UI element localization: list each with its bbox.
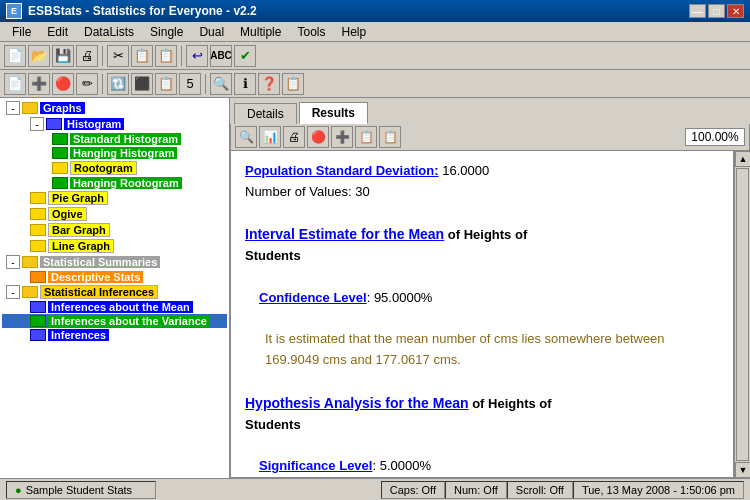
toolbar2-btn4[interactable]: ✏ bbox=[76, 73, 98, 95]
main-area: - Graphs - Histogram Standard Histogram … bbox=[0, 98, 750, 478]
tree-container: - Graphs - Histogram Standard Histogram … bbox=[0, 98, 229, 344]
zoom-level[interactable]: 100.00% bbox=[685, 128, 745, 146]
tree-node-std-hist[interactable]: Standard Histogram bbox=[2, 132, 227, 146]
tree-node-inf-mean[interactable]: Inferences about the Mean bbox=[2, 300, 227, 314]
maximize-button[interactable]: □ bbox=[708, 4, 725, 18]
inner-btn-copy1[interactable]: 📋 bbox=[355, 126, 377, 148]
menu-file[interactable]: File bbox=[4, 23, 39, 41]
folder-icon-graphs bbox=[22, 102, 38, 114]
minimize-button[interactable]: — bbox=[689, 4, 706, 18]
tree-node-desc-stats[interactable]: Descriptive Stats bbox=[2, 270, 227, 284]
app-title: ESBStats - Statistics for Everyone - v2.… bbox=[28, 4, 257, 18]
menu-help[interactable]: Help bbox=[333, 23, 374, 41]
toolbar2-btn1[interactable]: 📄 bbox=[4, 73, 26, 95]
tab-results[interactable]: Results bbox=[299, 102, 368, 124]
tree-node-stat-sum[interactable]: - Statistical Summaries bbox=[2, 254, 227, 270]
interval-title-line: Interval Estimate for the Mean of Height… bbox=[245, 223, 719, 267]
toolbar2-btn10[interactable]: ℹ bbox=[234, 73, 256, 95]
expander-histogram[interactable]: - bbox=[30, 117, 44, 131]
tree-label-pie: Pie Graph bbox=[48, 191, 108, 205]
close-button[interactable]: ✕ bbox=[727, 4, 744, 18]
toolbar-print-btn[interactable]: 🖨 bbox=[76, 45, 98, 67]
toolbar-new-btn[interactable]: 📄 bbox=[4, 45, 26, 67]
toolbar-undo-btn[interactable]: ↩ bbox=[186, 45, 208, 67]
tree-node-hang-root[interactable]: Hanging Rootogram bbox=[2, 176, 227, 190]
toolbar-abc-btn[interactable]: ABC bbox=[210, 45, 232, 67]
tree-node-histogram[interactable]: - Histogram bbox=[2, 116, 227, 132]
toolbar-save-btn[interactable]: 💾 bbox=[52, 45, 74, 67]
tree-label-rootogram: Rootogram bbox=[70, 161, 137, 175]
toolbar-copy-btn[interactable]: 📋 bbox=[131, 45, 153, 67]
tree-label-hang-root: Hanging Rootogram bbox=[70, 177, 182, 189]
confidence-level-label: Confidence Level bbox=[259, 290, 367, 305]
folder-icon-histogram bbox=[46, 118, 62, 130]
folder-icon-bar bbox=[30, 224, 46, 236]
interval-estimate-title: Interval Estimate for the Mean bbox=[245, 226, 444, 242]
vertical-scrollbar[interactable]: ▲ ▼ bbox=[734, 151, 750, 478]
toolbar2-btn7[interactable]: 📋 bbox=[155, 73, 177, 95]
num-values-line: Number of Values: 30 bbox=[245, 182, 719, 203]
tree-label-hang-hist: Hanging Histogram bbox=[70, 147, 177, 159]
tree-node-graphs[interactable]: - Graphs bbox=[2, 100, 227, 116]
menu-dual[interactable]: Dual bbox=[191, 23, 232, 41]
toolbar-paste-btn[interactable]: 📋 bbox=[155, 45, 177, 67]
estimated-text: It is estimated that the mean number of … bbox=[265, 329, 719, 371]
folder-icon-inf-var bbox=[30, 315, 46, 327]
expander-graphs[interactable]: - bbox=[6, 101, 20, 115]
hypothesis-title-line: Hypothesis Analysis for the Mean of Heig… bbox=[245, 392, 719, 436]
folder-icon-std-hist bbox=[52, 133, 68, 145]
toolbar2-btn8[interactable]: 5 bbox=[179, 73, 201, 95]
tree-label-inf-var: Inferences about the Variance bbox=[48, 315, 210, 327]
right-panel: Details Results 🔍 📊 🖨 🔴 ➕ 📋 📋 100.00% Po… bbox=[230, 98, 750, 478]
menu-tools[interactable]: Tools bbox=[289, 23, 333, 41]
tree-label-desc-stats: Descriptive Stats bbox=[48, 271, 143, 283]
tree-label-line: Line Graph bbox=[48, 239, 114, 253]
inner-btn-copy2[interactable]: 📋 bbox=[379, 126, 401, 148]
tree-node-inf-other[interactable]: Inferences bbox=[2, 328, 227, 342]
tree-node-pie[interactable]: Pie Graph bbox=[2, 190, 227, 206]
menu-datalists[interactable]: DataLists bbox=[76, 23, 142, 41]
expander-stat-sum[interactable]: - bbox=[6, 255, 20, 269]
toolbar2-btn2[interactable]: ➕ bbox=[28, 73, 50, 95]
significance-level-value: 5.0000% bbox=[380, 458, 431, 473]
toolbar-cut-btn[interactable]: ✂ bbox=[107, 45, 129, 67]
tree-node-ogive[interactable]: Ogive bbox=[2, 206, 227, 222]
toolbar-open-btn[interactable]: 📂 bbox=[28, 45, 50, 67]
tree-node-inf-var[interactable]: Inferences about the Variance bbox=[2, 314, 227, 328]
toolbar2-btn11[interactable]: ❓ bbox=[258, 73, 280, 95]
menu-edit[interactable]: Edit bbox=[39, 23, 76, 41]
title-bar: E ESBStats - Statistics for Everyone - v… bbox=[0, 0, 750, 22]
toolbar-1: 📄 📂 💾 🖨 ✂ 📋 📋 ↩ ABC ✔ bbox=[0, 42, 750, 70]
scroll-up-btn[interactable]: ▲ bbox=[735, 151, 750, 167]
tree-panel: - Graphs - Histogram Standard Histogram … bbox=[0, 98, 230, 478]
tab-details[interactable]: Details bbox=[234, 103, 297, 124]
toolbar-check-btn[interactable]: ✔ bbox=[234, 45, 256, 67]
expander-stat-inf[interactable]: - bbox=[6, 285, 20, 299]
folder-icon-inf-mean bbox=[30, 301, 46, 313]
status-bar: ● Sample Student Stats Caps: Off Num: Of… bbox=[0, 478, 750, 500]
folder-icon-hang-hist bbox=[52, 147, 68, 159]
toolbar2-btn3[interactable]: 🔴 bbox=[52, 73, 74, 95]
scroll-down-btn[interactable]: ▼ bbox=[735, 462, 750, 478]
inner-btn-print[interactable]: 🖨 bbox=[283, 126, 305, 148]
inner-btn-delete[interactable]: 🔴 bbox=[307, 126, 329, 148]
menu-multiple[interactable]: Multiple bbox=[232, 23, 289, 41]
toolbar2-btn9[interactable]: 🔍 bbox=[210, 73, 232, 95]
status-datetime: Tue, 13 May 2008 - 1:50:06 pm bbox=[573, 481, 744, 499]
tree-node-rootogram[interactable]: Rootogram bbox=[2, 160, 227, 176]
inner-btn-chart[interactable]: 📊 bbox=[259, 126, 281, 148]
content-area: Population Standard Deviation: 16.0000 N… bbox=[230, 151, 734, 478]
inner-btn-add[interactable]: ➕ bbox=[331, 126, 353, 148]
tree-node-bar[interactable]: Bar Graph bbox=[2, 222, 227, 238]
tree-node-stat-inf[interactable]: - Statistical Inferences bbox=[2, 284, 227, 300]
menu-single[interactable]: Single bbox=[142, 23, 191, 41]
folder-icon-rootogram bbox=[52, 162, 68, 174]
tree-node-hang-hist[interactable]: Hanging Histogram bbox=[2, 146, 227, 160]
tree-label-inf-mean: Inferences about the Mean bbox=[48, 301, 193, 313]
tree-node-line[interactable]: Line Graph bbox=[2, 238, 227, 254]
toolbar2-btn12[interactable]: 📋 bbox=[282, 73, 304, 95]
toolbar2-btn6[interactable]: ⬛ bbox=[131, 73, 153, 95]
inner-btn-search[interactable]: 🔍 bbox=[235, 126, 257, 148]
scroll-thumb[interactable] bbox=[736, 168, 749, 461]
toolbar2-btn5[interactable]: 🔃 bbox=[107, 73, 129, 95]
